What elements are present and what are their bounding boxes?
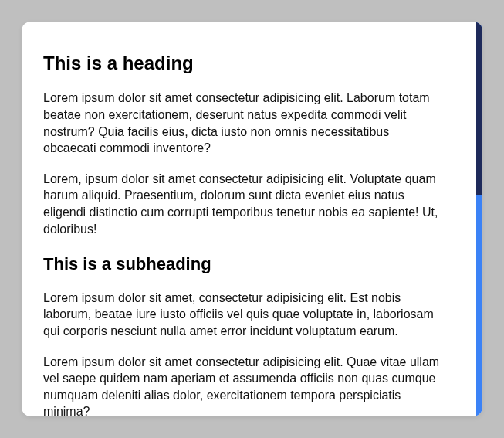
scrollbar-thumb[interactable] bbox=[476, 22, 482, 195]
paragraph-4: Lorem ipsum dolor sit amet consectetur a… bbox=[43, 354, 445, 416]
main-heading: This is a heading bbox=[43, 51, 445, 76]
content-area: This is a heading Lorem ipsum dolor sit … bbox=[22, 22, 482, 416]
paragraph-3: Lorem ipsum dolor sit amet, consectetur … bbox=[43, 290, 445, 340]
sub-heading: This is a subheading bbox=[43, 253, 445, 276]
paragraph-1: Lorem ipsum dolor sit amet consectetur a… bbox=[43, 90, 445, 156]
scrollbar-track[interactable] bbox=[476, 22, 482, 416]
content-card: This is a heading Lorem ipsum dolor sit … bbox=[22, 22, 482, 416]
paragraph-2: Lorem, ipsum dolor sit amet consectetur … bbox=[43, 171, 445, 237]
